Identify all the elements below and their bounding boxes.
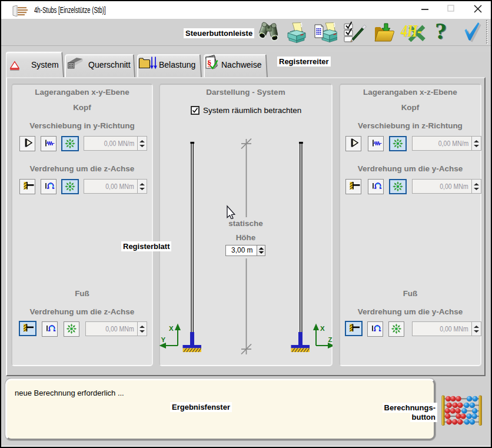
svg-text:Belastung: Belastung bbox=[159, 60, 195, 69]
svg-text:Querschnitt: Querschnitt bbox=[88, 60, 131, 69]
svg-text:?: ? bbox=[435, 20, 447, 44]
svg-text:§: § bbox=[207, 58, 212, 68]
svg-text:Nachweise: Nachweise bbox=[221, 60, 262, 69]
svg-text:X: X bbox=[320, 325, 325, 332]
svg-text:System: System bbox=[31, 60, 59, 69]
svg-text:Y: Y bbox=[161, 336, 166, 343]
svg-text:X: X bbox=[169, 325, 174, 332]
svg-text:4H-: 4H- bbox=[400, 22, 421, 40]
svg-text:Z: Z bbox=[328, 336, 333, 343]
